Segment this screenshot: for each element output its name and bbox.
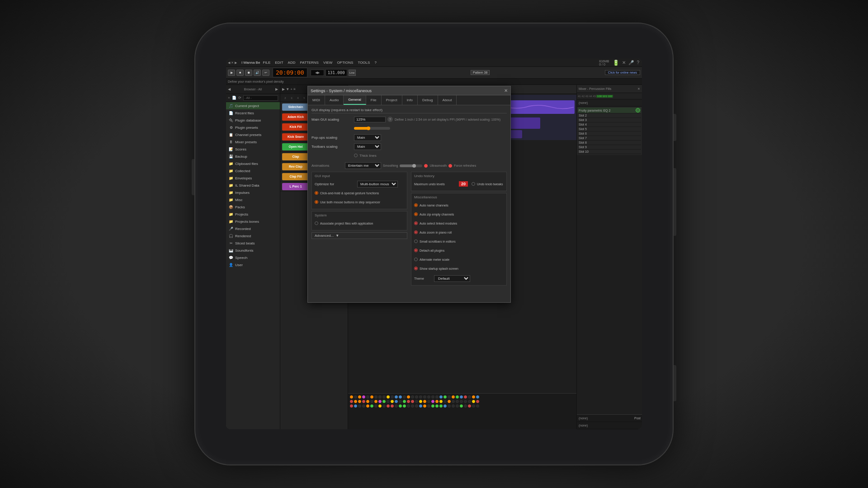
max-undo-value[interactable]: 20 — [459, 181, 468, 187]
step-dot-0-13[interactable] — [403, 395, 406, 399]
sidebar-item-plugin-database[interactable]: 🔌 Plugin database — [226, 117, 280, 124]
sidebar-item-scores[interactable]: 📝 Scores — [226, 145, 280, 153]
advanced-btn[interactable]: Advanced... ▼ — [311, 232, 407, 239]
step-dot-1-25[interactable] — [452, 400, 455, 403]
step-dot-0-23[interactable] — [443, 395, 447, 399]
menu-edit[interactable]: EDIT — [273, 60, 285, 65]
step-dot-1-26[interactable] — [456, 400, 459, 403]
sidebar-item-soundfonts[interactable]: 🎹 Soundfonts — [226, 247, 280, 254]
step-dot-1-24[interactable] — [448, 400, 451, 403]
channel-btn-clap[interactable]: Clap — [282, 153, 309, 160]
auto-zoom-radio[interactable] — [414, 230, 418, 234]
step-dot-0-16[interactable] — [415, 395, 418, 399]
post-label[interactable]: Post — [634, 417, 641, 420]
dialog-close-btn[interactable]: ✕ — [504, 88, 508, 93]
step-dot-0-8[interactable] — [382, 395, 386, 399]
toolbars-scaling-dropdown[interactable]: Main — [354, 143, 381, 150]
transport-btn-1[interactable]: ▶ — [228, 70, 235, 76]
step-dot-0-10[interactable] — [391, 395, 394, 399]
step-dot-2-26[interactable] — [456, 404, 459, 408]
step-dot-0-11[interactable] — [395, 395, 398, 399]
power-button[interactable] — [674, 114, 676, 141]
step-dot-2-5[interactable] — [370, 404, 373, 408]
auto-zip-radio[interactable] — [414, 212, 418, 216]
sidebar-item-speech[interactable]: 💬 Speech — [226, 254, 280, 261]
channel-btn-kick-snare[interactable]: Kick Snare — [282, 133, 309, 141]
online-news-btn[interactable]: Click for online news — [605, 70, 640, 75]
smoothing-thumb[interactable] — [412, 164, 416, 168]
step-dot-0-24[interactable] — [448, 395, 451, 399]
step-dot-0-0[interactable] — [350, 395, 353, 399]
step-dot-1-18[interactable] — [423, 400, 426, 403]
animations-dropdown[interactable]: Entertain me — [345, 162, 381, 169]
step-dot-2-9[interactable] — [387, 404, 390, 408]
sidebar-item-channel-presets[interactable]: 📋 Channel presets — [226, 131, 280, 138]
step-dot-0-30[interactable] — [472, 395, 475, 399]
transport-btn-3[interactable]: ⏺ — [245, 70, 252, 76]
sidebar-back[interactable]: ◀ — [228, 87, 231, 91]
mixer-close[interactable]: ✕ — [637, 87, 640, 91]
step-dot-2-28[interactable] — [464, 404, 467, 408]
step-dot-1-21[interactable] — [435, 400, 439, 403]
step-dot-1-0[interactable] — [350, 400, 353, 403]
main-gui-help-btn[interactable]: ? — [387, 117, 393, 122]
step-dot-1-9[interactable] — [387, 400, 390, 403]
scaling-slider-thumb[interactable] — [367, 127, 370, 130]
step-dot-2-2[interactable] — [358, 404, 361, 408]
channel-btn-l-perc[interactable]: L Perc 1 — [282, 183, 309, 190]
step-dot-2-23[interactable] — [443, 404, 447, 408]
menu-tools[interactable]: TOOLS — [356, 60, 372, 65]
tab-info[interactable]: Info — [402, 95, 418, 105]
tab-about[interactable]: About — [438, 95, 457, 105]
step-dot-0-19[interactable] — [427, 395, 430, 399]
step-dot-0-17[interactable] — [419, 395, 422, 399]
tab-project[interactable]: Project — [382, 95, 402, 105]
sidebar-item-mixer-presets[interactable]: 🎚 Mixer presets — [226, 138, 280, 145]
main-gui-scaling-value[interactable]: 125% — [354, 117, 386, 122]
menu-patterns[interactable]: PATTERNS — [298, 60, 320, 65]
volume-button[interactable] — [192, 159, 194, 195]
step-dot-2-21[interactable] — [435, 404, 439, 408]
menu-options[interactable]: OPTIONS — [335, 60, 355, 65]
transport-btn-5[interactable]: ↩ — [262, 70, 269, 76]
menu-view[interactable]: VIEW — [321, 60, 334, 65]
step-dot-2-3[interactable] — [362, 404, 365, 408]
step-dot-2-31[interactable] — [476, 404, 479, 408]
step-dot-1-3[interactable] — [362, 400, 365, 403]
channel-btn-open-hat[interactable]: Open Hat — [282, 143, 309, 150]
pause-button[interactable] — [674, 365, 676, 401]
line-btn[interactable]: Line — [349, 70, 356, 76]
step-dot-1-22[interactable] — [439, 400, 443, 403]
small-scrollbars-radio[interactable] — [414, 239, 418, 243]
both-mouse-radio[interactable] — [315, 200, 318, 204]
step-dot-0-28[interactable] — [464, 395, 467, 399]
step-dot-0-9[interactable] — [387, 395, 390, 399]
menu-add[interactable]: ADD — [286, 60, 297, 65]
channel-btn-rev-clap[interactable]: Rev Clap — [282, 163, 309, 170]
detach-plugins-radio[interactable] — [414, 249, 418, 252]
step-dot-0-15[interactable] — [411, 395, 414, 399]
step-dot-2-22[interactable] — [439, 404, 443, 408]
sidebar-item-clipboard[interactable]: 📁 Clipboard files — [226, 160, 280, 167]
step-dot-2-12[interactable] — [399, 404, 402, 408]
step-dot-2-4[interactable] — [366, 404, 369, 408]
step-dot-2-6[interactable] — [374, 404, 377, 408]
fx-eq-active-dot[interactable] — [636, 108, 640, 113]
channel-btn-clap-fill[interactable]: Clap Fill — [282, 173, 309, 180]
associate-files-radio[interactable] — [315, 221, 318, 225]
home-button[interactable] — [674, 168, 676, 236]
step-dot-2-27[interactable] — [460, 404, 463, 408]
step-dot-1-15[interactable] — [411, 400, 414, 403]
sidebar-item-current-project[interactable]: 🎵 Current project — [226, 102, 280, 109]
step-dot-1-7[interactable] — [378, 400, 382, 403]
step-dot-1-8[interactable] — [382, 400, 386, 403]
step-dot-1-19[interactable] — [427, 400, 430, 403]
step-dot-0-5[interactable] — [370, 395, 373, 399]
step-dot-0-6[interactable] — [374, 395, 377, 399]
scaling-slider-track[interactable] — [354, 127, 390, 130]
step-dot-1-1[interactable] — [354, 400, 357, 403]
auto-name-channels-radio[interactable] — [414, 203, 418, 207]
tab-debug[interactable]: Debug — [418, 95, 438, 105]
sidebar-item-misc[interactable]: 📁 Misc — [226, 196, 280, 203]
sidebar-item-backup[interactable]: 💾 Backup — [226, 153, 280, 160]
